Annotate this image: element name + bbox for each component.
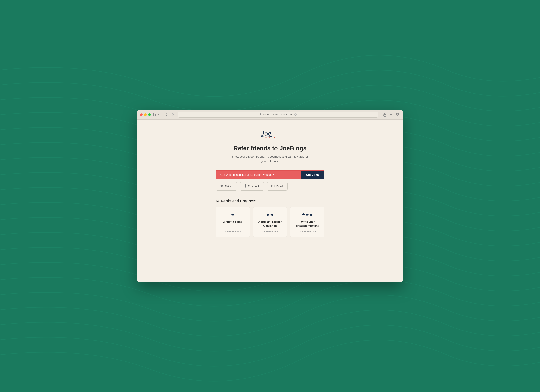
- reward-stars: ★★★: [302, 212, 313, 217]
- reward-card: ★★A Brilliant Reader Challenge5 REFERRAL…: [253, 207, 287, 237]
- twitter-share-button[interactable]: Twitter: [216, 182, 237, 191]
- copy-link-button[interactable]: Copy link: [301, 171, 324, 179]
- rewards-title: Rewards and Progress: [216, 199, 324, 203]
- svg-rect-8: [398, 113, 399, 115]
- browser-nav: [164, 112, 175, 117]
- browser-actions: [382, 112, 400, 117]
- browser-chrome: joeposnanski.substack.com: [137, 110, 403, 120]
- rewards-section: Rewards and Progress ★3 month comp3 REFE…: [216, 199, 324, 237]
- sidebar-toggle[interactable]: [153, 113, 159, 116]
- reward-name: I write your greatest moment: [294, 220, 320, 228]
- reward-name: A Brilliant Reader Challenge: [257, 220, 283, 228]
- svg-rect-4: [155, 115, 156, 116]
- reward-stars: ★: [231, 212, 235, 217]
- svg-text:BLOGS: BLOGS: [265, 136, 276, 139]
- address-bar[interactable]: joeposnanski.substack.com: [178, 112, 378, 118]
- lock-icon: [260, 113, 262, 116]
- reward-referrals: 25 REFERRALS: [298, 230, 316, 233]
- email-share-button[interactable]: Email: [267, 182, 288, 191]
- svg-rect-10: [398, 115, 399, 116]
- svg-rect-1: [153, 113, 154, 116]
- reward-name: 3 month comp: [223, 220, 242, 224]
- browser-window: joeposnanski.substack.com: [137, 110, 403, 282]
- svg-rect-9: [396, 115, 397, 116]
- page-content: Joe BLOGS Refer friends to JoeBlogs Show…: [137, 120, 403, 282]
- rewards-cards: ★3 month comp3 REFERRALS★★A Brilliant Re…: [216, 207, 324, 237]
- page-title: Refer friends to JoeBlogs: [234, 145, 306, 152]
- minimize-button[interactable]: [144, 113, 147, 116]
- facebook-share-button[interactable]: Facebook: [240, 182, 264, 191]
- facebook-label: Facebook: [248, 185, 259, 188]
- forward-button[interactable]: [170, 112, 175, 117]
- svg-text:Joe: Joe: [261, 129, 271, 137]
- referral-link-input[interactable]: [216, 171, 301, 179]
- reward-referrals: 3 REFERRALS: [225, 230, 241, 233]
- svg-rect-7: [396, 113, 397, 115]
- new-tab-button[interactable]: [388, 112, 394, 117]
- reward-card: ★3 month comp3 REFERRALS: [216, 207, 250, 237]
- reward-card: ★★★I write your greatest moment25 REFERR…: [290, 207, 324, 237]
- referral-section: Copy link Twitter: [216, 170, 324, 191]
- svg-rect-2: [155, 114, 156, 114]
- page-subtitle: Show your support by sharing JoeBlogs an…: [231, 154, 309, 163]
- maximize-button[interactable]: [148, 113, 151, 116]
- tabs-overview-button[interactable]: [395, 112, 400, 117]
- svg-rect-3: [155, 115, 156, 115]
- share-button[interactable]: [382, 112, 387, 117]
- logo: Joe BLOGS: [260, 129, 280, 140]
- close-button[interactable]: [140, 113, 143, 116]
- link-row: Copy link: [216, 170, 324, 179]
- back-button[interactable]: [164, 112, 169, 117]
- twitter-icon: [220, 185, 223, 188]
- share-buttons: Twitter Facebook: [216, 182, 324, 191]
- twitter-label: Twitter: [225, 185, 233, 188]
- email-icon: [271, 185, 275, 188]
- traffic-lights: [140, 113, 151, 116]
- svg-rect-5: [260, 114, 261, 116]
- facebook-icon: [245, 184, 246, 188]
- url-text: joeposnanski.substack.com: [263, 113, 292, 116]
- reward-stars: ★★: [266, 212, 274, 217]
- email-label: Email: [276, 185, 283, 188]
- reward-referrals: 5 REFERRALS: [262, 230, 278, 233]
- logo-area: Joe BLOGS: [260, 129, 280, 140]
